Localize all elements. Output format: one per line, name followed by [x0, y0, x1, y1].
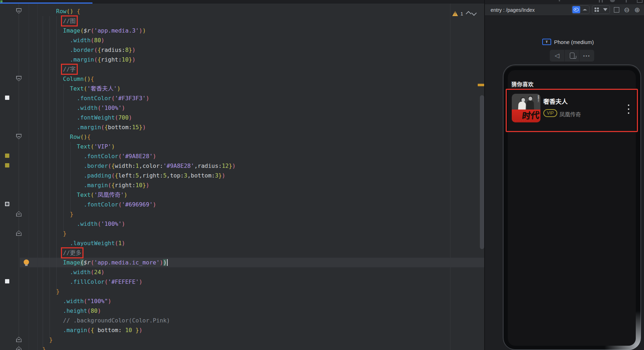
code-line[interactable]: Text('VIP') — [42, 142, 115, 151]
warning-count: 1 — [461, 11, 463, 16]
code-line[interactable]: } — [42, 229, 66, 238]
annotation-rectangle — [506, 89, 638, 132]
fold-toggle-icon[interactable] — [16, 211, 22, 217]
editor-tab-bar[interactable] — [0, 0, 484, 4]
code-line[interactable]: .fillColor('#FEFEFE') — [42, 277, 142, 287]
code-line[interactable]: .margin({right:10}) — [42, 55, 135, 64]
gutter-divider — [19, 4, 19, 350]
code-line[interactable]: Text('凤凰传奇') — [42, 190, 127, 200]
grid-icon[interactable] — [593, 6, 601, 13]
inspections-widget[interactable]: 1 — [452, 10, 476, 17]
gutter-change-marker — [5, 202, 9, 206]
gutter-divider — [37, 4, 38, 350]
code-line[interactable]: .fontColor('#F3F3F3') — [42, 93, 149, 103]
dropdown-arrow-icon[interactable] — [601, 6, 609, 13]
window-toolbar-icon — [626, 0, 627, 3]
gutter-change-marker — [5, 279, 9, 283]
code-line[interactable]: .margin({ bottom: 10 }) — [42, 325, 142, 335]
code-line[interactable]: .layoutWeight(1) — [42, 238, 125, 248]
warning-icon — [452, 11, 458, 16]
code-line[interactable]: .fontColor('#696969') — [42, 200, 156, 209]
active-tab-indicator — [0, 3, 92, 4]
scrollbar-warning-stripe — [478, 84, 484, 86]
fold-toggle-icon[interactable] — [16, 134, 22, 139]
window-toolbar-icon — [602, 0, 603, 3]
code-line[interactable]: .width(24) — [42, 267, 104, 277]
code-line[interactable]: .margin({right:10}) — [42, 180, 149, 190]
device-label-row: T Phone (medium) — [542, 39, 594, 45]
zoom-out-icon[interactable]: ⊖ — [623, 6, 631, 13]
annotated-comment: //更多 — [63, 249, 81, 256]
window-toolbar-icon — [637, 0, 643, 3]
prev-problem-button[interactable] — [466, 11, 472, 16]
frame-icon[interactable] — [612, 6, 620, 13]
next-problem-button[interactable] — [471, 10, 477, 16]
text-caret — [167, 259, 168, 266]
code-line[interactable]: .fontWeight(700) — [42, 113, 132, 122]
preview-mode-group — [572, 5, 590, 14]
window-toolbar-icon — [559, 0, 560, 1]
gutter-change-marker — [5, 163, 9, 167]
code-line[interactable]: .margin({bottom:15}) — [42, 122, 146, 132]
code-line[interactable]: .border({radius:8}) — [42, 45, 135, 55]
code-line[interactable]: } — [42, 345, 46, 350]
fold-toggle-icon[interactable] — [16, 8, 22, 14]
fold-toggle-icon[interactable] — [16, 337, 22, 342]
orientation-button[interactable] — [564, 50, 579, 62]
intention-bulb-icon[interactable] — [24, 259, 29, 265]
window-toolbar-strip — [485, 0, 644, 4]
code-line[interactable]: //图 — [42, 16, 76, 26]
fold-toggle-icon[interactable] — [16, 346, 22, 350]
code-line[interactable]: } — [42, 287, 59, 296]
code-line[interactable]: .width('100%') — [42, 219, 125, 229]
code-line[interactable]: Row() { — [42, 6, 80, 16]
window-toolbar-icon — [599, 0, 600, 3]
code-line[interactable]: Image($r('app.media.ic_more')) — [42, 258, 168, 267]
code-line[interactable]: Row(){ — [42, 132, 91, 142]
window-toolbar-icon — [610, 0, 615, 2]
annotated-comment: //字 — [63, 66, 76, 73]
code-line[interactable]: // .backgroundColor(Color.Pink) — [42, 316, 170, 325]
code-line[interactable]: //字 — [42, 64, 76, 74]
code-editor[interactable]: Row() { //图 Image($r('app.media.3')) .wi… — [0, 4, 484, 350]
code-line[interactable]: .border({width:1,color:'#9A8E28',radius:… — [42, 161, 236, 171]
device-toolbar: ◁ ••• — [550, 50, 594, 62]
editor-scrollbar[interactable] — [480, 95, 484, 249]
layers-icon[interactable] — [581, 6, 589, 13]
code-line[interactable]: } — [42, 335, 53, 345]
code-line[interactable]: .height(80) — [42, 306, 101, 316]
code-line[interactable]: .width(80) — [42, 35, 104, 45]
zoom-in-icon[interactable]: ⊕ — [633, 6, 641, 13]
fold-toggle-icon[interactable] — [16, 76, 22, 81]
code-line[interactable]: .width('100%') — [42, 103, 125, 113]
code-line[interactable]: //更多 — [42, 248, 81, 258]
code-line[interactable]: } — [42, 209, 73, 219]
code-line[interactable]: Text('奢香夫人') — [42, 84, 120, 93]
previewer-header: entry : /pages/Index ⊖ ⊕ — [485, 4, 644, 16]
gutter-divider — [29, 4, 29, 350]
code-line[interactable]: .width("100%") — [42, 296, 111, 306]
previewer-title: entry : /pages/Index — [491, 7, 535, 13]
code-line[interactable]: .padding({left:5,right:5,top:3,bottom:3}… — [42, 171, 225, 180]
rotate-left-button[interactable]: ◁ — [550, 50, 564, 62]
right-margin-guide — [450, 4, 450, 350]
gutter-change-marker — [5, 96, 9, 100]
device-icon: T — [542, 39, 551, 45]
code-line[interactable]: .fontColor('#9A8E28') — [42, 151, 156, 161]
annotated-comment: //图 — [63, 18, 76, 24]
code-line[interactable]: Image($r('app.media.3')) — [42, 26, 146, 35]
inspect-icon[interactable] — [572, 6, 580, 13]
more-options-button[interactable]: ••• — [579, 50, 594, 62]
code-line[interactable]: Column(){ — [42, 74, 94, 84]
device-name: Phone (medium) — [554, 39, 594, 45]
gutter-change-marker — [5, 154, 9, 158]
layout-switch-group — [592, 5, 610, 14]
section-title: 猜你喜欢 — [511, 80, 534, 88]
fold-toggle-icon[interactable] — [16, 230, 22, 236]
